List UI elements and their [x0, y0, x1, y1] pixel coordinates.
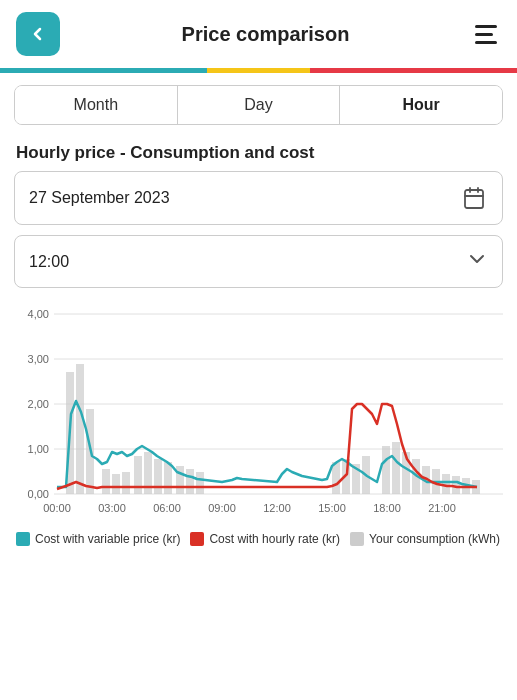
svg-text:18:00: 18:00 — [373, 502, 401, 514]
app-header: Price comparison — [0, 0, 517, 68]
svg-rect-35 — [332, 462, 340, 494]
chevron-down-icon — [466, 248, 488, 275]
date-picker-value: 27 September 2023 — [29, 189, 460, 207]
svg-rect-32 — [176, 466, 184, 494]
legend-hourly: Cost with hourly rate (kr) — [190, 532, 340, 546]
time-dropdown[interactable]: 12:00 — [14, 235, 503, 288]
svg-text:06:00: 06:00 — [153, 502, 181, 514]
page-title: Price comparison — [182, 23, 350, 46]
tabs-container: Month Day Hour — [0, 73, 517, 133]
legend-label-hourly: Cost with hourly rate (kr) — [209, 532, 340, 546]
legend-color-variable — [16, 532, 30, 546]
svg-rect-27 — [122, 472, 130, 494]
chart-legend: Cost with variable price (kr) Cost with … — [0, 524, 517, 554]
legend-label-consumption: Your consumption (kWh) — [369, 532, 500, 546]
color-bar-yellow — [207, 68, 310, 73]
legend-label-variable: Cost with variable price (kr) — [35, 532, 180, 546]
menu-line-3 — [475, 41, 497, 44]
svg-text:0,00: 0,00 — [28, 488, 49, 500]
legend-color-hourly — [190, 532, 204, 546]
chart-container: 4,00 3,00 2,00 1,00 0,00 00:00 03:00 06:… — [0, 304, 517, 524]
section-title: Hourly price - Consumption and cost — [0, 133, 517, 171]
svg-rect-33 — [186, 469, 194, 494]
calendar-icon — [460, 184, 488, 212]
svg-text:21:00: 21:00 — [428, 502, 456, 514]
svg-rect-0 — [465, 190, 483, 208]
legend-color-consumption — [350, 532, 364, 546]
color-bar-red — [310, 68, 517, 73]
svg-rect-25 — [102, 469, 110, 494]
svg-text:2,00: 2,00 — [28, 398, 49, 410]
time-dropdown-value: 12:00 — [29, 253, 466, 271]
svg-text:1,00: 1,00 — [28, 443, 49, 455]
svg-rect-34 — [196, 472, 204, 494]
tab-day[interactable]: Day — [177, 86, 340, 124]
svg-rect-26 — [112, 474, 120, 494]
svg-text:15:00: 15:00 — [318, 502, 346, 514]
svg-rect-39 — [382, 446, 390, 494]
date-picker[interactable]: 27 September 2023 — [14, 171, 503, 225]
chart-svg: 4,00 3,00 2,00 1,00 0,00 00:00 03:00 06:… — [14, 304, 503, 524]
color-bar-teal — [0, 68, 207, 73]
svg-text:3,00: 3,00 — [28, 353, 49, 365]
svg-text:4,00: 4,00 — [28, 308, 49, 320]
tab-month[interactable]: Month — [15, 86, 177, 124]
tab-hour[interactable]: Hour — [339, 86, 502, 124]
back-button[interactable] — [16, 12, 60, 56]
svg-rect-28 — [134, 456, 142, 494]
svg-text:12:00: 12:00 — [263, 502, 291, 514]
svg-text:00:00: 00:00 — [43, 502, 71, 514]
tab-group: Month Day Hour — [14, 85, 503, 125]
legend-consumption: Your consumption (kWh) — [350, 532, 500, 546]
menu-button[interactable] — [471, 21, 501, 48]
svg-rect-31 — [164, 462, 172, 494]
legend-variable: Cost with variable price (kr) — [16, 532, 180, 546]
svg-rect-40 — [392, 442, 400, 494]
svg-rect-23 — [76, 364, 84, 494]
color-bar — [0, 68, 517, 73]
svg-rect-30 — [154, 459, 162, 494]
menu-line-1 — [475, 25, 497, 28]
menu-line-2 — [475, 33, 493, 36]
svg-text:09:00: 09:00 — [208, 502, 236, 514]
svg-text:03:00: 03:00 — [98, 502, 126, 514]
